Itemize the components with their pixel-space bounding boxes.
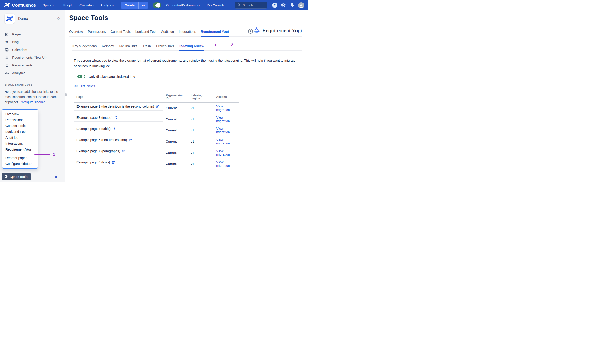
- nav-item-people[interactable]: People: [63, 3, 74, 7]
- view-migration-link[interactable]: View migration: [216, 127, 230, 134]
- view-migration-link[interactable]: View migration: [216, 104, 230, 112]
- configure-sidebar-link[interactable]: Configure sidebar: [20, 100, 45, 104]
- arrow-line: [216, 45, 228, 45]
- menu-item-configure-sidebar[interactable]: Configure sidebar: [2, 161, 38, 167]
- sidebar-item-calendars[interactable]: Calendars: [5, 46, 62, 54]
- tab-requirement-yogi[interactable]: Requirement Yogi: [201, 30, 229, 37]
- help-icon[interactable]: ?: [272, 3, 277, 8]
- v1-filter-toggle-on[interactable]: [77, 75, 85, 78]
- nav-item-analytics[interactable]: Analytics: [100, 3, 114, 7]
- indexing-engine-cell: v1: [188, 147, 214, 158]
- pulse-icon: [5, 71, 9, 75]
- external-link-icon[interactable]: [156, 105, 159, 108]
- subtab-fix-jira-links[interactable]: Fix Jira links: [119, 44, 137, 51]
- pages-icon: [5, 32, 9, 36]
- search-input[interactable]: [243, 3, 265, 7]
- column-header-page: Page: [74, 92, 163, 102]
- tab-content-tools[interactable]: Content Tools: [110, 30, 130, 37]
- confluence-brand[interactable]: Confluence: [4, 2, 36, 9]
- search-box[interactable]: [235, 2, 267, 9]
- sidebar-item-blog[interactable]: ” Blog: [5, 38, 62, 46]
- page-version-cell: Current: [163, 125, 188, 136]
- space-logo[interactable]: [5, 14, 14, 24]
- table-row: Example page 7 (paragraphs) Current v1 V…: [74, 147, 239, 158]
- subtab-key-suggestions[interactable]: Key suggestions: [72, 44, 96, 51]
- menu-item-look-and-feel[interactable]: Look and Feel: [2, 129, 38, 135]
- space-name[interactable]: Demo: [18, 17, 28, 21]
- menu-item-audit-log[interactable]: Audit log: [2, 135, 38, 141]
- external-link-icon[interactable]: [112, 127, 116, 130]
- navbar-toggle-on[interactable]: [153, 2, 161, 8]
- create-split-button: Create ···: [121, 2, 148, 9]
- gear-icon[interactable]: [281, 2, 286, 8]
- space-shortcuts-text: Here you can add shortcut links to the m…: [5, 89, 60, 105]
- pagination-next-link[interactable]: Next >: [86, 84, 96, 88]
- page-version-cell: Current: [163, 136, 188, 147]
- sidebar-item-requirements-new-ui[interactable]: Requirements (New UI): [5, 54, 62, 61]
- brand-name: Confluence: [12, 3, 36, 8]
- tab-integrations[interactable]: Integrations: [179, 30, 196, 37]
- space-tools-tabs: Overview Permissions Content Tools Look …: [69, 27, 302, 37]
- menu-item-integrations[interactable]: Integrations: [2, 141, 38, 146]
- user-avatar[interactable]: [298, 2, 304, 8]
- subtab-reindex[interactable]: Reindex: [102, 44, 114, 51]
- toggle-knob: [156, 3, 161, 8]
- top-navbar: Confluence Spaces People Calendars Analy…: [0, 0, 308, 11]
- sidebar-resize-handle[interactable]: [65, 93, 67, 96]
- external-link-icon[interactable]: [129, 138, 132, 142]
- pagination: << First Next >: [74, 84, 302, 88]
- menu-item-content-tools[interactable]: Content Tools: [2, 123, 38, 129]
- sidebar-item-analytics[interactable]: Analytics: [5, 69, 62, 77]
- notification-bell-icon[interactable]: [290, 2, 295, 8]
- view-migration-link[interactable]: View migration: [216, 149, 230, 156]
- sidebar-item-label: Calendars: [12, 48, 27, 52]
- view-migration-link[interactable]: View migration: [216, 116, 230, 123]
- sidebar-item-requirements[interactable]: Requirements: [5, 61, 62, 69]
- nav-item-spaces[interactable]: Spaces: [42, 3, 57, 7]
- external-link-icon[interactable]: [122, 149, 125, 153]
- nav-item-label: Analytics: [100, 3, 114, 7]
- nav-item-label: Calendars: [80, 3, 94, 7]
- indexing-engine-cell: v1: [188, 114, 214, 125]
- tab-permissions[interactable]: Permissions: [88, 30, 106, 37]
- subtab-broken-links[interactable]: Broken links: [156, 44, 174, 51]
- help-circle-icon[interactable]: ?: [248, 29, 253, 34]
- subtab-trash[interactable]: Trash: [143, 44, 151, 51]
- pagination-first-link[interactable]: << First: [74, 84, 85, 88]
- collapse-sidebar-icon[interactable]: «: [55, 174, 57, 179]
- v1-filter-label: Only display pages indexed in v1: [89, 75, 137, 78]
- sidebar-item-pages[interactable]: Pages: [5, 30, 62, 38]
- nav-item-devconsole[interactable]: DevConsole: [207, 3, 225, 7]
- menu-item-overview[interactable]: Overview: [2, 111, 38, 117]
- page-title-cell: Example page 5 (non-first column): [77, 138, 127, 142]
- create-button[interactable]: Create: [121, 2, 138, 9]
- requirement-yogi-logo: Requirement Yogi: [253, 27, 302, 36]
- star-icon[interactable]: ☆: [57, 16, 60, 21]
- external-link-icon[interactable]: [112, 161, 115, 164]
- menu-item-reorder-pages[interactable]: Reorder pages: [2, 155, 38, 161]
- subtab-indexing-review[interactable]: Indexing review: [179, 44, 204, 51]
- space-tools-button[interactable]: Space tools: [1, 173, 31, 180]
- external-link-icon[interactable]: [114, 116, 118, 119]
- view-migration-link[interactable]: View migration: [216, 160, 230, 168]
- yogi-icon: [5, 55, 9, 60]
- yogi-icon: [5, 63, 9, 67]
- table-row: Example page 4 (table) Current v1 View m…: [74, 125, 239, 136]
- page-title: Space Tools: [69, 14, 302, 22]
- table-row: Example page 3 (image) Current v1 View m…: [74, 114, 239, 125]
- tab-overview[interactable]: Overview: [69, 30, 83, 37]
- nav-item-calendars[interactable]: Calendars: [80, 3, 94, 7]
- search-icon: [237, 3, 241, 8]
- create-more-button[interactable]: ···: [138, 2, 148, 9]
- tab-audit-log[interactable]: Audit log: [161, 30, 174, 37]
- table-header-row: Page Page version ID Indexing engine Act…: [74, 92, 239, 102]
- nav-item-generator-performance[interactable]: Generator/Performance: [166, 3, 201, 7]
- primary-nav: Spaces People Calendars Analytics: [42, 3, 114, 7]
- indexing-engine-cell: v1: [188, 102, 214, 114]
- menu-item-requirement-yogi[interactable]: Requirement Yogi: [2, 146, 38, 152]
- annotation-number-1: 1: [53, 152, 55, 156]
- indexing-engine-cell: v1: [188, 125, 214, 136]
- view-migration-link[interactable]: View migration: [216, 138, 230, 145]
- menu-item-permissions[interactable]: Permissions: [2, 117, 38, 123]
- tab-look-and-feel[interactable]: Look and Feel: [135, 30, 156, 37]
